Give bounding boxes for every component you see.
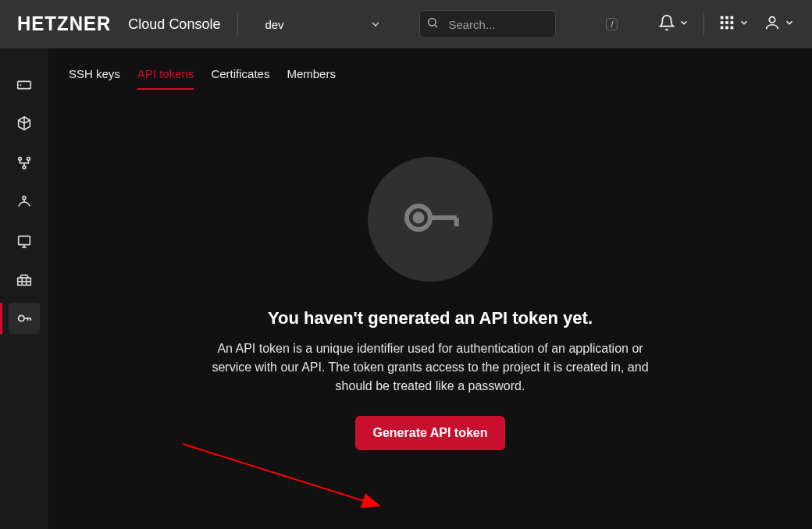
- svg-rect-4: [731, 16, 734, 20]
- svg-rect-18: [19, 236, 30, 245]
- svg-point-14: [19, 158, 22, 161]
- svg-line-29: [183, 444, 376, 505]
- search-input[interactable]: [447, 17, 598, 32]
- svg-point-20: [19, 315, 24, 321]
- empty-state: You haven't generated an API token yet. …: [69, 157, 792, 450]
- chevron-down-icon: [739, 17, 750, 31]
- search-icon: [426, 16, 439, 32]
- project-name: dev: [265, 18, 283, 31]
- svg-point-11: [769, 17, 775, 23]
- chevron-down-icon: [369, 18, 382, 30]
- divider: [703, 13, 704, 35]
- chevron-down-icon: [784, 17, 795, 31]
- generate-api-token-button[interactable]: Generate API token: [355, 416, 504, 450]
- svg-point-0: [429, 19, 436, 26]
- sidebar-item-networks[interactable]: [9, 144, 40, 183]
- tab-api-tokens[interactable]: API tokens: [137, 67, 194, 88]
- svg-point-15: [27, 158, 30, 161]
- top-bar: HETZNER Cloud Console dev /: [0, 0, 812, 48]
- key-icon: [395, 183, 465, 256]
- sidebar: [0, 48, 48, 529]
- divider: [237, 13, 238, 35]
- svg-rect-5: [721, 21, 724, 24]
- svg-rect-2: [721, 16, 724, 20]
- empty-state-illustration: [368, 157, 493, 282]
- top-right-actions: [658, 13, 795, 35]
- grid-icon: [718, 14, 735, 34]
- empty-state-title: You haven't generated an API token yet.: [268, 308, 593, 328]
- svg-rect-9: [725, 27, 728, 30]
- bell-icon: [658, 14, 675, 34]
- svg-rect-7: [731, 21, 734, 24]
- sidebar-item-security[interactable]: [9, 303, 40, 334]
- sidebar-item-loadbalancers[interactable]: [9, 183, 40, 222]
- chevron-down-icon: [678, 17, 689, 31]
- notifications-button[interactable]: [658, 14, 689, 34]
- apps-button[interactable]: [718, 14, 750, 34]
- svg-rect-8: [721, 27, 724, 30]
- main-content: SSH keys API tokens Certificates Members…: [48, 48, 812, 529]
- svg-point-16: [23, 166, 26, 169]
- tab-ssh-keys[interactable]: SSH keys: [69, 67, 120, 88]
- project-selector[interactable]: dev: [255, 10, 388, 38]
- sidebar-item-servers[interactable]: [9, 66, 40, 105]
- svg-rect-10: [731, 27, 734, 30]
- sidebar-item-floatingips[interactable]: [9, 222, 40, 261]
- product-title: Cloud Console: [128, 16, 220, 33]
- svg-line-1: [436, 25, 438, 27]
- user-icon: [764, 14, 781, 34]
- empty-state-description: An API token is a unique identifier used…: [196, 339, 664, 396]
- annotation-arrow: [181, 441, 392, 519]
- svg-rect-12: [18, 81, 31, 88]
- svg-rect-6: [725, 21, 728, 24]
- tab-certificates[interactable]: Certificates: [211, 67, 269, 88]
- tab-members[interactable]: Members: [287, 67, 336, 88]
- svg-rect-17: [23, 197, 26, 200]
- svg-rect-3: [725, 16, 728, 20]
- account-button[interactable]: [764, 14, 795, 34]
- sidebar-item-volumes[interactable]: [9, 105, 40, 144]
- brand-logo[interactable]: HETZNER: [17, 13, 111, 35]
- svg-point-25: [415, 215, 422, 222]
- search-box[interactable]: /: [419, 10, 556, 38]
- search-shortcut: /: [606, 18, 618, 30]
- security-tabs: SSH keys API tokens Certificates Members: [69, 67, 792, 88]
- sidebar-item-firewalls[interactable]: [9, 261, 40, 300]
